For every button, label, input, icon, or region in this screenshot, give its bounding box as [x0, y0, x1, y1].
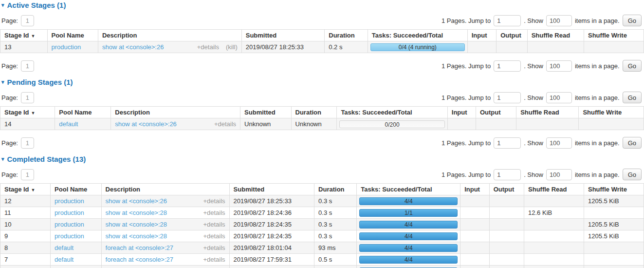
column-header-8[interactable]: Shuffle Read [527, 30, 584, 41]
column-header-2[interactable]: Description [98, 30, 241, 41]
output-cell [489, 242, 524, 254]
go-button[interactable]: Go [623, 15, 642, 26]
tasks-progress-bar: 4/4 [359, 197, 458, 205]
column-header-7[interactable]: Output [489, 184, 524, 195]
description-link[interactable]: foreach at <console>:27 [106, 244, 174, 251]
column-header-7[interactable]: Output [497, 30, 527, 41]
column-header-9[interactable]: Shuffle Write [579, 107, 644, 118]
column-header-8[interactable]: Shuffle Read [516, 107, 579, 118]
description-link[interactable]: show at <console>:28 [106, 209, 167, 216]
page-number-input[interactable] [21, 169, 34, 180]
details-toggle-link[interactable]: +details [214, 120, 236, 128]
duration-cell: 0.3 s [314, 219, 357, 230]
details-toggle-link[interactable]: +details [197, 43, 219, 51]
items-per-page-input[interactable] [546, 137, 572, 149]
column-header-1[interactable]: Pool Name [51, 184, 101, 195]
description-cell: show at <console>:28+details [101, 230, 229, 242]
sort-desc-icon: ▼ [31, 34, 36, 38]
submitted-cell: 2019/08/27 18:25:33 [241, 41, 325, 53]
collapse-arrow-icon: ▾ [1, 2, 4, 8]
column-header-2[interactable]: Description [101, 184, 229, 195]
column-header-0[interactable]: Stage Id▼ [0, 107, 55, 118]
column-header-4[interactable]: Duration [325, 30, 368, 41]
page-number-input[interactable] [21, 15, 34, 26]
column-header-6[interactable]: Input [467, 30, 496, 41]
column-header-3[interactable]: Submitted [229, 184, 314, 195]
pool-name-link[interactable]: production [55, 232, 84, 240]
page-number-input[interactable] [21, 92, 34, 103]
column-header-0[interactable]: Stage Id▼ [0, 184, 51, 195]
pagination-bar: Page: 1 Pages. Jump to . Show items in a… [1, 136, 642, 149]
page-number-input[interactable] [21, 137, 34, 149]
items-per-page-input[interactable] [546, 60, 572, 72]
column-header-9[interactable]: Shuffle Write [584, 30, 644, 41]
jump-to-page-input[interactable] [494, 15, 521, 26]
items-per-page-input[interactable] [546, 15, 572, 26]
pool-name-link[interactable]: default [59, 120, 78, 128]
column-header-3[interactable]: Submitted [240, 107, 291, 118]
sort-desc-icon: ▼ [31, 188, 36, 192]
description-link[interactable]: show at <console>:28 [106, 232, 167, 240]
go-button[interactable]: Go [623, 169, 642, 180]
pool-name-link[interactable]: default [55, 244, 74, 251]
details-toggle-link[interactable]: +details [203, 232, 225, 240]
go-button[interactable]: Go [623, 137, 642, 149]
description-link[interactable]: show at <console>:26 [115, 120, 176, 128]
go-button[interactable]: Go [623, 60, 642, 72]
stage-id-cell: 7 [0, 254, 51, 266]
section-heading-completed[interactable]: ▾Completed Stages (13) [1, 155, 644, 163]
pool-name-link[interactable]: production [55, 221, 84, 228]
column-header-1[interactable]: Pool Name [47, 30, 98, 41]
details-toggle-link[interactable]: +details [203, 244, 225, 251]
page-number-input[interactable] [21, 60, 34, 72]
shuffle-read-cell: 12.6 KiB [524, 207, 584, 219]
column-header-3[interactable]: Submitted [241, 30, 325, 41]
jump-to-page-input[interactable] [494, 169, 521, 180]
description-link[interactable]: show at <console>:26 [106, 197, 167, 205]
items-per-page-input[interactable] [546, 169, 572, 180]
items-per-page-input[interactable] [546, 92, 572, 103]
tasks-cell: 0/4 (4 running) [368, 41, 467, 53]
column-header-2[interactable]: Description [111, 107, 240, 118]
description-link[interactable]: show at <console>:26 [102, 43, 164, 51]
description-cell: foreach at <console>:27+details [101, 254, 229, 266]
jump-to-page-input[interactable] [494, 60, 521, 72]
section-heading-pending[interactable]: ▾Pending Stages (1) [1, 78, 644, 86]
jump-to-page-input[interactable] [494, 92, 521, 103]
go-button[interactable]: Go [623, 92, 642, 103]
column-header-8[interactable]: Shuffle Read [524, 184, 584, 195]
column-header-1[interactable]: Pool Name [55, 107, 111, 118]
column-header-7[interactable]: Output [476, 107, 516, 118]
details-toggle-link[interactable]: +details [203, 221, 225, 228]
column-header-5[interactable]: Tasks: Succeeded/Total [368, 30, 467, 41]
pool-name-link[interactable]: production [52, 43, 81, 51]
pool-name-link[interactable]: production [55, 209, 84, 216]
details-toggle-link[interactable]: +details [203, 209, 225, 216]
stage-id-cell: 12 [0, 195, 51, 207]
jump-to-page-input[interactable] [494, 137, 521, 149]
table-row: 14defaultshow at <console>:26+detailsUnk… [0, 118, 644, 130]
output-cell [489, 254, 524, 266]
pool-name-link[interactable]: default [55, 256, 74, 263]
column-header-5[interactable]: Tasks: Succeeded/Total [337, 107, 447, 118]
duration-cell: 0.3 s [314, 195, 357, 207]
tasks-cell: 0/200 [337, 118, 447, 130]
column-header-6[interactable]: Input [460, 184, 489, 195]
input-cell [460, 242, 489, 254]
details-toggle-link[interactable]: +details [203, 197, 225, 205]
column-header-5[interactable]: Tasks: Succeeded/Total [357, 184, 460, 195]
items-in-page-label: items in a page. [575, 171, 620, 178]
pool-name-link[interactable]: production [55, 197, 84, 205]
description-link[interactable]: show at <console>:28 [106, 221, 167, 228]
column-header-4[interactable]: Duration [291, 107, 337, 118]
kill-stage-link[interactable]: (kill) [226, 43, 238, 51]
column-header-9[interactable]: Shuffle Write [584, 184, 644, 195]
description-link[interactable]: foreach at <console>:27 [106, 256, 174, 263]
section-heading-active[interactable]: ▾Active Stages (1) [1, 1, 644, 9]
column-header-0[interactable]: Stage Id▼ [0, 30, 48, 41]
details-toggle-link[interactable]: +details [203, 256, 225, 263]
header-row: Stage Id▼Pool NameDescriptionSubmittedDu… [0, 30, 644, 41]
column-header-4[interactable]: Duration [314, 184, 357, 195]
tasks-cell: 1/1 [357, 207, 460, 219]
column-header-6[interactable]: Input [447, 107, 476, 118]
